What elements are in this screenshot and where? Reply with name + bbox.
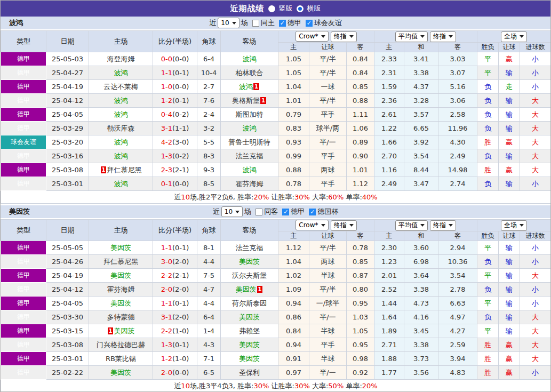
- goals-result-cell: 小: [520, 241, 551, 255]
- avg-away-cell: 4.27: [438, 324, 477, 338]
- home-team-cell: 1拜仁慕尼黑: [89, 163, 153, 177]
- away-team-cell: 美因茨: [221, 338, 278, 352]
- odds-handicap-cell: 平手: [309, 338, 347, 352]
- home-team-cell: 勒沃库森: [89, 122, 153, 135]
- competition1-label[interactable]: 德甲: [288, 18, 301, 28]
- average-stage-select[interactable]: 终指: [430, 31, 456, 42]
- odds-away-cell: 0.85: [347, 80, 374, 94]
- horizontal-layout-radio[interactable]: [297, 5, 304, 12]
- chevron-down-icon: [420, 35, 425, 38]
- chevron-down-icon: [349, 224, 354, 227]
- same-venue-label[interactable]: 同客: [264, 207, 278, 217]
- odds-stage-select[interactable]: 终指: [331, 220, 357, 231]
- avg-away-cell: 11.96: [438, 122, 477, 135]
- avg-away-cell: 6.63: [438, 297, 477, 310]
- odds-home-cell: 1.04: [278, 255, 309, 269]
- recent-count-select[interactable]: 10: [218, 18, 239, 28]
- team-name: 波鸿: [114, 138, 128, 146]
- avg-home-cell: 1.22: [374, 122, 404, 135]
- match-type-cell: 德甲: [1, 352, 46, 366]
- corner-cell: 6-5: [197, 366, 221, 380]
- summary-stat-label: 单率:: [344, 382, 362, 390]
- same-venue-checkbox[interactable]: [252, 20, 259, 27]
- halftime-score: (0-1): [172, 299, 189, 307]
- away-team-cell: 圣保利: [221, 366, 278, 380]
- avg-draw-cell: 3.41: [404, 52, 438, 66]
- match-type-cell: 德甲: [1, 122, 46, 135]
- corner-cell: 8-3: [197, 149, 221, 163]
- halftime-score: (0-2): [172, 110, 189, 118]
- handicap-result-cell: 输: [499, 255, 520, 269]
- odds-handicap-cell: 一/球半: [309, 297, 347, 310]
- col-header-corner: 角球: [197, 220, 221, 241]
- result-cell: 负: [477, 255, 499, 269]
- match-type-cell: 德甲: [1, 80, 46, 94]
- avg-draw-cell: 8.44: [404, 163, 438, 177]
- score-cell: 0-1(0-0): [153, 177, 197, 191]
- corner-cell: 1-4: [197, 324, 221, 338]
- odds-source-select[interactable]: Crow*: [296, 31, 328, 42]
- odds-handicap-cell: 平手: [309, 149, 347, 163]
- match-date-cell: 25-04-05: [46, 297, 89, 310]
- match-type-cell: 德甲: [1, 310, 46, 324]
- same-venue-checkbox[interactable]: [255, 209, 262, 215]
- competition1-label[interactable]: 德甲: [291, 207, 305, 217]
- goals-result-cell: 小: [520, 66, 551, 80]
- average-select[interactable]: 平均值: [395, 220, 428, 231]
- corner-cell: 3-2: [197, 122, 221, 135]
- match-row: 德甲25-04-19云达不莱梅1-0(0-0)2-7波鸿11.04一球0.851…: [1, 80, 551, 94]
- result-cell: 负: [477, 122, 499, 135]
- competition1-checkbox[interactable]: [282, 209, 289, 215]
- average-select[interactable]: 平均值: [395, 31, 428, 42]
- result-cell: 胜: [477, 338, 499, 352]
- match-row: 德甲25-05-03海登海姆0-0(0-0)6-4波鸿1.05平/半0.842.…: [1, 52, 551, 66]
- red-card-badge: 1: [257, 286, 263, 293]
- avg-away-cell: 4.30: [438, 135, 477, 149]
- odds-away-cell: 0.84: [347, 52, 374, 66]
- avg-draw-cell: 3.54: [404, 149, 438, 163]
- team-name: 多特蒙德: [107, 313, 135, 321]
- average-stage-select[interactable]: 终指: [430, 220, 456, 231]
- competition2-checkbox[interactable]: [306, 20, 313, 27]
- subcol-odds-away: 客: [347, 43, 374, 52]
- odds-home-cell: 1.05: [278, 66, 309, 80]
- subcol-odds-home: 主: [278, 43, 309, 52]
- competition2-label[interactable]: 球会友谊: [314, 18, 342, 28]
- odds-handicap-cell: 平/半: [309, 52, 347, 66]
- match-date-cell: 25-05-03: [46, 52, 89, 66]
- odds-stage-select[interactable]: 终指: [331, 31, 357, 42]
- title-bar: 近期战绩 竖版 横版: [1, 1, 550, 17]
- match-date-cell: 25-04-12: [46, 283, 89, 297]
- chevron-down-icon: [321, 35, 325, 38]
- result-cell: 胜: [477, 352, 499, 366]
- corner-cell: 7-6: [197, 94, 221, 108]
- competition2-label[interactable]: 德国杯: [317, 207, 338, 217]
- score-cell: 1-2(1-0): [153, 352, 197, 366]
- fulltime-score: 1-2: [161, 97, 172, 105]
- recent-count-select[interactable]: 10: [221, 206, 243, 217]
- team-name: 霍芬海姆: [236, 180, 263, 188]
- match-row: 德甲25-04-12波鸿1-2(0-1)7-6奥格斯堡11.01平/半0.882…: [1, 94, 551, 108]
- vertical-layout-label[interactable]: 竖版: [279, 4, 293, 13]
- score-cell: 1-3(0-1): [153, 338, 197, 352]
- summary-stat-value: 30%: [294, 382, 310, 390]
- score-cell: 1-0(0-0): [153, 80, 197, 94]
- scope-select[interactable]: 全场: [501, 31, 527, 42]
- team-name: 美因茨: [110, 271, 131, 279]
- avg-draw-cell: 4.73: [404, 297, 438, 310]
- scope-select[interactable]: 全场: [501, 220, 527, 231]
- chevron-down-icon: [349, 35, 354, 38]
- avg-home-cell: 2.49: [374, 177, 404, 191]
- horizontal-layout-label[interactable]: 横版: [307, 4, 321, 13]
- vertical-layout-radio[interactable]: [268, 5, 275, 12]
- competition1-checkbox[interactable]: [279, 20, 286, 27]
- odds-home-cell: 0.91: [278, 352, 309, 366]
- team-name: 拜仁慕尼黑: [103, 258, 138, 266]
- avg-home-cell: 1.64: [374, 310, 404, 324]
- competition2-checkbox[interactable]: [309, 209, 316, 215]
- handicap-result-cell: 输: [499, 66, 520, 80]
- odds-source-select[interactable]: Crow*: [296, 220, 328, 230]
- same-venue-label[interactable]: 同主: [261, 18, 275, 28]
- fulltime-score: 2-2: [161, 327, 172, 335]
- handicap-result-cell: 赢: [499, 135, 520, 149]
